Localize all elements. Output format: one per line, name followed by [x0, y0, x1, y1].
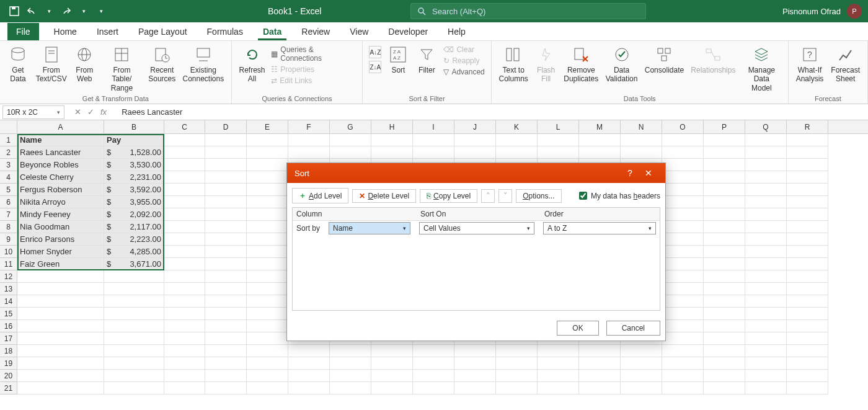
avatar[interactable]: P — [847, 4, 862, 19]
cell[interactable] — [454, 134, 496, 146]
cell[interactable]: $2,092.00 — [104, 208, 164, 221]
cell[interactable] — [745, 382, 787, 394]
cell[interactable] — [247, 159, 288, 171]
cell[interactable] — [745, 270, 787, 283]
cell[interactable] — [704, 196, 745, 208]
row-header[interactable]: 11 — [0, 258, 17, 270]
col-header-I[interactable]: I — [413, 120, 454, 133]
get-data-button[interactable]: Get Data — [5, 43, 31, 85]
cell[interactable] — [247, 295, 288, 308]
cell[interactable] — [621, 134, 662, 146]
row-header[interactable]: 5 — [0, 184, 17, 196]
cell[interactable] — [288, 146, 330, 159]
cell[interactable] — [164, 233, 205, 246]
cell[interactable] — [787, 370, 828, 382]
cell[interactable] — [579, 382, 621, 394]
cell[interactable] — [104, 370, 164, 382]
row-header[interactable]: 19 — [0, 357, 17, 370]
tab-home[interactable]: Home — [49, 24, 82, 40]
tab-insert[interactable]: Insert — [92, 24, 123, 40]
filter-button[interactable]: Filter — [414, 43, 440, 76]
tab-data[interactable]: Data — [258, 24, 286, 40]
cell[interactable] — [247, 208, 288, 221]
cell[interactable] — [579, 357, 621, 370]
cell[interactable] — [454, 345, 496, 357]
col-header-E[interactable]: E — [247, 120, 288, 133]
cell[interactable] — [704, 134, 745, 146]
cell[interactable] — [247, 283, 288, 295]
cell[interactable] — [454, 146, 496, 159]
cell[interactable] — [247, 320, 288, 332]
cell[interactable] — [330, 357, 371, 370]
cell[interactable] — [538, 345, 579, 357]
cell[interactable] — [205, 308, 247, 320]
cell[interactable] — [205, 345, 247, 357]
cell[interactable] — [704, 233, 745, 246]
cell[interactable] — [413, 382, 454, 394]
cell[interactable] — [787, 283, 828, 295]
cell[interactable] — [579, 345, 621, 357]
cell[interactable] — [17, 295, 104, 308]
cell[interactable] — [662, 320, 704, 332]
cell[interactable] — [454, 382, 496, 394]
cell[interactable] — [621, 370, 662, 382]
cell[interactable] — [205, 184, 247, 196]
cell[interactable] — [164, 208, 205, 221]
cell[interactable]: Fergus Roberson — [17, 184, 104, 196]
cell[interactable] — [579, 146, 621, 159]
fx-icon[interactable]: fx — [100, 107, 107, 117]
cell[interactable] — [205, 332, 247, 345]
cell[interactable] — [538, 357, 579, 370]
cell[interactable] — [205, 233, 247, 246]
cell[interactable]: $3,530.00 — [104, 159, 164, 171]
cell[interactable] — [247, 357, 288, 370]
dialog-help-button[interactable]: ? — [621, 168, 639, 178]
cell[interactable] — [745, 184, 787, 196]
cell[interactable] — [164, 270, 205, 283]
tab-view[interactable]: View — [345, 24, 373, 40]
cell[interactable] — [413, 134, 454, 146]
cell[interactable] — [164, 345, 205, 357]
cell[interactable] — [205, 357, 247, 370]
row-header[interactable]: 8 — [0, 221, 17, 233]
cell[interactable]: Faiz Green — [17, 258, 104, 270]
col-header-M[interactable]: M — [579, 120, 621, 133]
cell[interactable] — [454, 370, 496, 382]
cell[interactable] — [164, 184, 205, 196]
cell[interactable] — [787, 233, 828, 246]
cell[interactable] — [662, 221, 704, 233]
cell[interactable] — [579, 370, 621, 382]
cell[interactable] — [164, 308, 205, 320]
cell[interactable] — [247, 221, 288, 233]
cell[interactable] — [164, 134, 205, 146]
cell[interactable] — [17, 370, 104, 382]
cell[interactable] — [662, 159, 704, 171]
cell[interactable] — [371, 357, 413, 370]
cell[interactable] — [662, 295, 704, 308]
cell[interactable] — [662, 184, 704, 196]
cell[interactable] — [330, 146, 371, 159]
row-header[interactable]: 7 — [0, 208, 17, 221]
tab-file[interactable]: File — [7, 23, 39, 40]
cell[interactable] — [104, 270, 164, 283]
cell[interactable] — [247, 233, 288, 246]
cell[interactable] — [787, 146, 828, 159]
cell[interactable] — [104, 320, 164, 332]
cell[interactable] — [745, 295, 787, 308]
cell[interactable]: Homer Snyder — [17, 246, 104, 258]
col-header-N[interactable]: N — [621, 120, 662, 133]
dialog-titlebar[interactable]: Sort ? ✕ — [287, 163, 665, 183]
from-web-button[interactable]: From Web — [71, 43, 97, 85]
sort-on-select[interactable]: Cell Values▾ — [419, 222, 534, 234]
cell[interactable] — [662, 357, 704, 370]
cell[interactable] — [662, 233, 704, 246]
save-icon[interactable] — [9, 6, 20, 17]
consolidate-button[interactable]: Consolidate — [642, 43, 686, 76]
cell[interactable] — [330, 382, 371, 394]
cell[interactable] — [288, 357, 330, 370]
cell[interactable] — [288, 345, 330, 357]
cell[interactable] — [787, 184, 828, 196]
cell[interactable] — [205, 370, 247, 382]
cell[interactable] — [745, 320, 787, 332]
row-header[interactable]: 13 — [0, 283, 17, 295]
